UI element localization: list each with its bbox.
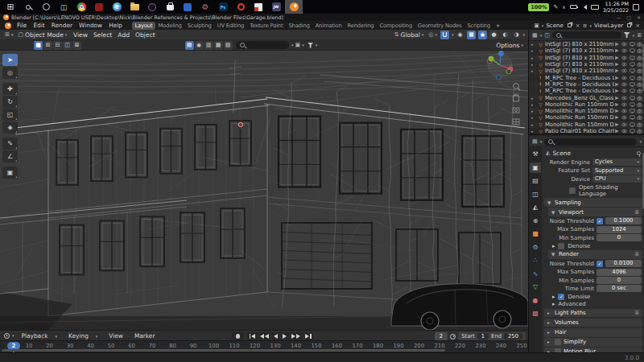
disable-render-icon[interactable] (637, 102, 642, 107)
outliner-item[interactable]: ▸▽IntSgl (2) 810 x 2110mm [ (529, 41, 644, 47)
selectable-icon[interactable] (614, 76, 620, 80)
outliner-item[interactable]: ▸▽Monolithic Run 150mm Dep (529, 101, 644, 108)
viewport-menu-add[interactable]: Add (115, 31, 133, 39)
viewlayer-name[interactable]: ViewLayer (594, 23, 623, 29)
workspace-tab-animation[interactable]: Animation (312, 22, 345, 30)
viewport-menu-object[interactable]: Object (133, 31, 159, 39)
selectable-icon[interactable] (614, 82, 620, 87)
pen-icon[interactable]: ✎ (553, 4, 558, 10)
outliner-item[interactable]: ▸▽Monolithic Run 150mm Dep (529, 108, 644, 114)
checkbox[interactable]: ✓ (597, 261, 603, 267)
disable-viewport-icon[interactable] (630, 122, 635, 127)
subpanel-header-render[interactable]: ▼Render≣ (548, 250, 642, 259)
viewport-menu-view[interactable]: View (70, 31, 90, 39)
shading-solid-button[interactable]: ◐ (501, 31, 510, 39)
disable-render-icon[interactable] (637, 109, 642, 113)
checkbox[interactable]: ✓ (597, 218, 603, 224)
scene-name[interactable]: Scene (546, 23, 563, 29)
timeline-scrollbar[interactable] (2, 349, 445, 352)
disable-viewport-icon[interactable] (630, 109, 635, 113)
properties-tab-scene[interactable]: ◭ (530, 202, 541, 212)
preset-menu-icon[interactable]: ≣ (634, 209, 639, 216)
disable-viewport-icon[interactable] (630, 42, 635, 47)
remove-viewlayer-icon[interactable]: × (635, 23, 640, 29)
outliner-item[interactable]: ⌐M_RPC Tree - Deciduous Lor (529, 81, 644, 88)
disable-render-icon[interactable] (637, 115, 642, 120)
sampling-panel-header[interactable]: ▼Sampling (544, 198, 642, 207)
object-name[interactable]: Monolithic Run 150mm Dep (545, 114, 614, 121)
value-field[interactable]: 0 (597, 234, 642, 241)
disable-render-icon[interactable] (637, 42, 642, 47)
expand-icon[interactable]: ▸ (531, 96, 537, 101)
tool-annotate[interactable]: ✎ (2, 138, 18, 150)
hide-viewport-icon[interactable] (621, 62, 627, 67)
expand-icon[interactable]: ▸ (531, 109, 537, 113)
expand-icon[interactable]: ▸ (531, 115, 537, 120)
unlink-scene-icon[interactable]: × (576, 23, 580, 29)
properties-tab-modifiers[interactable]: ⚙ (530, 242, 541, 253)
disable-viewport-icon[interactable] (630, 88, 635, 93)
expand-icon[interactable]: ▸ (531, 48, 537, 53)
properties-tab-particles[interactable]: ∴ (530, 255, 541, 265)
collection-filter-button[interactable]: ▣▾ (294, 42, 306, 48)
proportional-editing-icon[interactable]: ◉ (456, 31, 464, 39)
selectable-icon[interactable] (614, 129, 620, 134)
speaker-icon[interactable] (581, 5, 587, 10)
transport-play-reverse-button[interactable] (272, 332, 280, 340)
menu-window[interactable]: Window (76, 22, 105, 29)
preset-menu-icon[interactable]: ≣ (634, 251, 639, 257)
battery-percent-badge[interactable]: 100% (528, 3, 549, 11)
object-name[interactable]: IntSgl (7) 810 x 2110mm [ (545, 61, 614, 68)
pan-hand-icon[interactable] (514, 93, 519, 101)
disable-viewport-icon[interactable] (630, 129, 635, 134)
disable-viewport-icon[interactable] (630, 102, 635, 107)
expand-icon[interactable]: ▸ (531, 62, 537, 67)
disable-render-icon[interactable] (637, 88, 642, 93)
outliner-item[interactable]: ▸▽Monolithic Run 150mm Dep (529, 121, 644, 128)
hide-viewport-icon[interactable] (621, 115, 627, 120)
menu-render[interactable]: Render (48, 22, 76, 29)
properties-editor-icon[interactable]: ▤ (532, 138, 538, 145)
collapsed-subpanel-denoise[interactable]: ▸✓Denoise (547, 294, 642, 300)
disable-viewport-icon[interactable] (630, 48, 635, 53)
panel-hair[interactable]: ▸Hair (544, 328, 642, 337)
hide-viewport-icon[interactable] (621, 76, 627, 80)
hide-viewport-icon[interactable] (621, 56, 627, 60)
outliner-item[interactable]: ▸▽Mercedes_Benz GL_Class_T (529, 94, 644, 101)
hide-viewport-icon[interactable] (621, 42, 627, 47)
selectable-icon[interactable] (614, 62, 620, 67)
subpanel-header-viewport[interactable]: ▼Viewport≣ (548, 208, 642, 216)
selectable-icon[interactable] (614, 48, 620, 53)
dropdown-render-engine[interactable]: Cycles▾ (592, 158, 642, 166)
tool-rotate[interactable]: ↻ (2, 96, 18, 108)
transport-jump-to-end-button[interactable] (303, 332, 314, 340)
outliner-options-icon[interactable]: ≣ (637, 32, 642, 39)
disable-viewport-icon[interactable] (630, 96, 635, 101)
object-name[interactable]: M_RPC Tree - Deciduous Lor (545, 75, 614, 81)
hide-viewport-icon[interactable] (621, 109, 627, 113)
object-name[interactable]: Monolithic Run 150mm Dep (545, 121, 614, 128)
properties-tab-tool[interactable]: ⚒ (530, 149, 541, 159)
value-field[interactable]: 1024 (597, 226, 642, 233)
outliner-display-mode-icon[interactable]: ◫ (544, 32, 550, 39)
tray-expand-chevron-icon[interactable]: ∧ (562, 4, 565, 10)
start-frame-field[interactable]: 1 (477, 333, 489, 339)
timeline-ruler[interactable]: 2 10203040506070809010011012013014015016… (0, 340, 528, 352)
properties-tab-view-layer[interactable]: ◫ (530, 189, 541, 200)
properties-search-input[interactable] (544, 138, 637, 146)
header-search-input[interactable] (236, 41, 289, 49)
object-name[interactable]: Monolithic Run 150mm Dep (545, 108, 614, 114)
workspace-tab-sculpting[interactable]: Sculpting (184, 22, 214, 30)
selectable-icon[interactable] (614, 42, 620, 47)
hide-viewport-icon[interactable] (621, 122, 627, 127)
selectable-icon[interactable] (614, 115, 620, 120)
maximize-button[interactable]: ▢ (626, 14, 631, 20)
taskbar-app-edge[interactable]: e (108, 0, 126, 14)
dropdown-device[interactable]: CPU▾ (592, 175, 642, 183)
preset-menu-icon[interactable]: ≣ (634, 310, 639, 316)
disable-viewport-icon[interactable] (630, 76, 635, 80)
osl-checkbox[interactable] (569, 187, 576, 194)
disable-render-icon[interactable] (637, 62, 642, 67)
viewport-menu-select[interactable]: Select (90, 31, 114, 39)
properties-tab-object[interactable]: ■ (530, 228, 541, 239)
